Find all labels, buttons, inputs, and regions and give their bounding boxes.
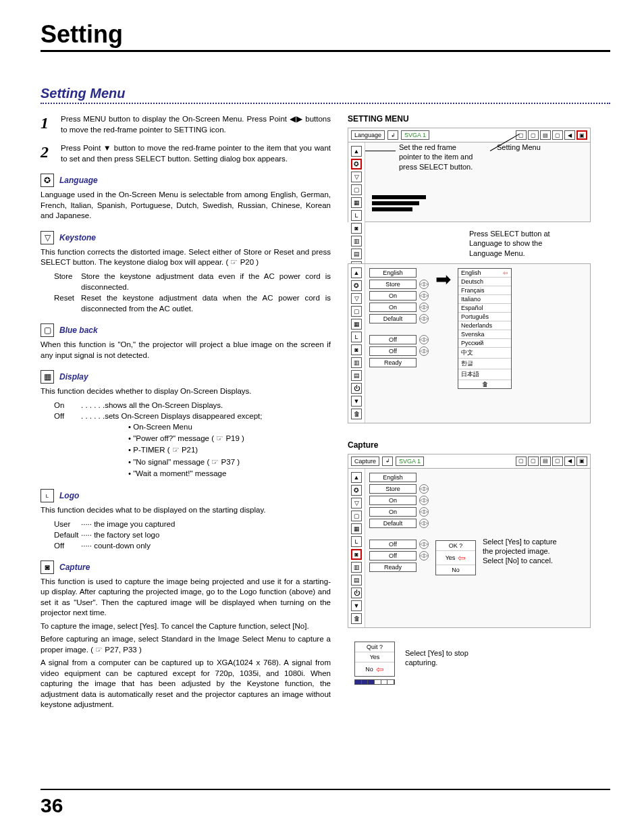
topbar-capture: Capture xyxy=(351,457,379,466)
kv-val: Store the keystone adjustment data even … xyxy=(81,271,331,292)
kv-val: . . . . . .sets On-Screen Displays disap… xyxy=(81,411,331,421)
lang-item: 한글 xyxy=(458,359,511,369)
topbar-icon: ▢ xyxy=(528,130,539,140)
heading-title: Keystone xyxy=(59,233,96,242)
menu-value: On xyxy=(369,507,417,517)
display-icon: ▦ xyxy=(351,523,362,534)
step-text: Press MENU button to display the On-Scre… xyxy=(61,114,331,135)
topbar-return-icon: ↲ xyxy=(382,457,393,466)
left-arrow-icon: ⇦ xyxy=(458,552,466,563)
dotted-rule xyxy=(41,103,610,104)
kv-row: Store Store the keystone adjustment data… xyxy=(41,271,331,292)
lang-item: 🗑 xyxy=(458,380,511,388)
lr-arrow-icon: ◁▷ xyxy=(419,280,429,289)
topbar-return-icon: ↲ xyxy=(387,130,398,140)
blueback-icon: ▢ xyxy=(351,511,362,521)
topbar-icon: ▢ xyxy=(528,457,539,466)
heading-title: Language xyxy=(59,176,98,185)
kv-key: Off xyxy=(41,540,81,551)
dialog-yes: Yes xyxy=(355,652,394,662)
kv-key: Default xyxy=(41,529,81,540)
menu-values: English Store◁▷ On◁▷ On◁▷ Default◁▷ Off◁… xyxy=(369,473,429,574)
topbar-icon: ▣ xyxy=(576,130,587,140)
blueback-icon: ▢ xyxy=(41,323,54,337)
language-list: English⇦ Deutsch Français Italiano Españ… xyxy=(458,268,512,389)
keystone-icon: ▽ xyxy=(351,498,362,509)
scroll-up-icon: ▲ xyxy=(351,267,362,278)
topbar-language: Language xyxy=(351,130,385,140)
kv-key: Reset xyxy=(41,292,81,314)
menu-value: Store xyxy=(369,280,417,289)
capture-p1: This function is used to capture the ima… xyxy=(41,577,331,619)
dialog-yes: Yes xyxy=(446,554,456,561)
lr-arrow-icon: ◁▷ xyxy=(419,335,429,344)
ok-dialog: OK ? Yes⇦ No xyxy=(435,540,476,575)
lr-arrow-icon: ◁▷ xyxy=(419,484,429,494)
logo-icon: L xyxy=(351,210,362,221)
kv-row: On . . . . . .shows all the On-Screen Di… xyxy=(41,400,331,411)
rear-icon: ▤ xyxy=(351,370,362,381)
kv-key: Store xyxy=(41,271,81,292)
keystone-icon: ▽ xyxy=(351,293,362,304)
topbar-icon: ▢ xyxy=(552,457,563,466)
menu-value: Off xyxy=(369,551,417,561)
ceiling-icon: ▥ xyxy=(351,236,362,246)
ceiling-icon: ▥ xyxy=(351,357,362,368)
heading-capture: ◙ Capture xyxy=(41,561,331,574)
menu-value: On xyxy=(369,303,417,312)
kv-row: Default ····· the factory set logo xyxy=(41,529,331,540)
scroll-up-icon: ▲ xyxy=(351,146,362,157)
callout-setting-menu: Setting Menu xyxy=(497,142,541,152)
lang-item: Nederlands xyxy=(458,321,511,330)
capture-p3: Before capturing an image, select Standa… xyxy=(41,634,331,655)
kv-row: Reset Reset the keystone adjustment data… xyxy=(41,292,331,314)
topbar-icon: ▢ xyxy=(516,457,527,466)
page-number: 36 xyxy=(41,794,63,817)
topbar-icon: ▤ xyxy=(540,457,551,466)
menu-value: Default xyxy=(369,519,417,528)
power-icon: ⏻ xyxy=(351,588,362,598)
left-arrow-icon: ⇦ xyxy=(503,269,508,276)
heading-blueback: ▢ Blue back xyxy=(41,323,331,337)
logo-icon: L xyxy=(351,536,362,547)
kv-row: Off ····· count-down only xyxy=(41,540,331,551)
heading-title: Display xyxy=(59,372,88,382)
kv-key: User xyxy=(41,519,81,529)
bullet-item: • "Power off?" message ( ☞ P19 ) xyxy=(128,433,331,444)
globe-icon: ✪ xyxy=(351,159,362,170)
osd-topbar: Capture ↲ SVGA 1 ▢ ▢ ▤ ▢ ◀ ▣ xyxy=(348,454,590,469)
kv-val: ····· count-down only xyxy=(81,540,331,551)
bullet-item: • "No signal" message ( ☞ P37 ) xyxy=(128,457,331,468)
progress-bar xyxy=(354,679,395,685)
heading-title: Capture xyxy=(59,563,90,572)
lang-item: Deutsch xyxy=(458,278,511,286)
kv-val: ····· the image you captured xyxy=(81,519,331,529)
blueback-body: When this function is "On," the projecto… xyxy=(41,340,331,361)
kv-row: Off . . . . . .sets On-Screen Displays d… xyxy=(41,411,331,421)
logo-icon: L xyxy=(41,489,54,502)
lang-item: Português xyxy=(458,313,511,321)
lr-arrow-icon: ◁▷ xyxy=(419,551,429,561)
step-2: 2 Press Point ▼ button to move the red-f… xyxy=(41,143,331,164)
lang-item: English⇦ xyxy=(458,269,511,278)
page-title: Setting xyxy=(41,20,610,52)
osd-side-icons: ▲ ✪ ▽ ▢ ▦ L ◙ ▥ ▤ ⏻ ▼ 🗑 xyxy=(348,469,365,627)
capture-icon: ◙ xyxy=(41,561,54,574)
topbar-icon: ▤ xyxy=(540,130,551,140)
topbar-icon: ◀ xyxy=(564,130,575,140)
callout-quit: Select [Yes] to stop capturing. xyxy=(405,648,479,668)
right-arrow-icon: ➡ xyxy=(435,268,451,290)
capture-icon: ◙ xyxy=(351,344,362,355)
globe-icon: ✪ xyxy=(351,280,362,291)
scroll-up-icon: ▲ xyxy=(351,472,362,483)
osd-setting-menu: Language ↲ SVGA 1 ▢ ▢ ▤ ▢ ◀ ▣ ▲ ✪ ▽ ▢ xyxy=(348,128,591,222)
lr-arrow-icon: ◁▷ xyxy=(419,507,429,517)
display-icon: ▦ xyxy=(351,319,362,330)
kv-val: Reset the keystone adjustment data when … xyxy=(81,292,331,314)
kv-key: On xyxy=(41,400,81,411)
bullet-item: • "Wait a moment!" message xyxy=(128,468,331,479)
step-number: 2 xyxy=(41,143,61,161)
dialog-no: No xyxy=(436,565,475,575)
display-icon: ▦ xyxy=(351,197,362,208)
capture-p4: A signal from a computer can be captured… xyxy=(41,658,331,710)
